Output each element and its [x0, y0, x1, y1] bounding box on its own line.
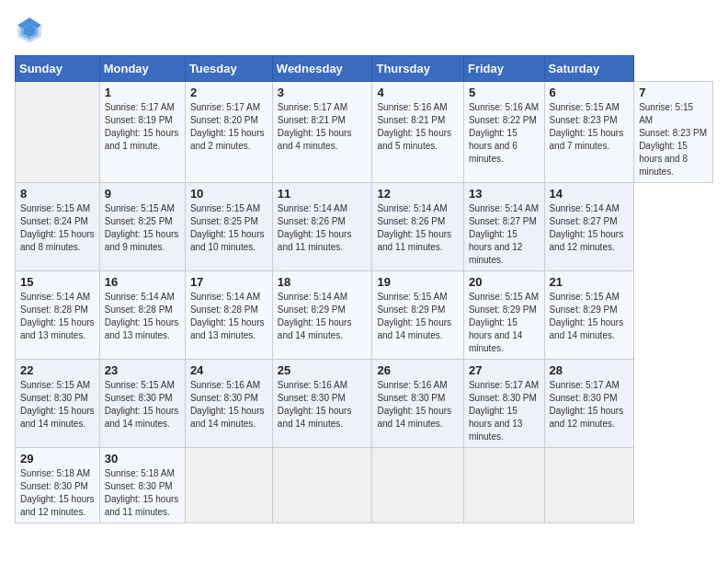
sunrise-label: Sunrise: 5:15 AM: [550, 102, 620, 112]
sunset-label: Sunset: 8:28 PM: [105, 304, 173, 315]
column-header-wednesday: Wednesday: [272, 56, 372, 82]
calendar-cell: [463, 448, 544, 523]
day-info: Sunrise: 5:15 AM Sunset: 8:29 PM Dayligh…: [377, 291, 459, 342]
day-info: Sunrise: 5:16 AM Sunset: 8:22 PM Dayligh…: [469, 101, 540, 166]
calendar-cell: 24 Sunrise: 5:16 AM Sunset: 8:30 PM Dayl…: [185, 360, 272, 448]
calendar-cell: [185, 448, 272, 523]
calendar-cell: 1 Sunrise: 5:17 AM Sunset: 8:19 PM Dayli…: [99, 82, 185, 183]
calendar-cell: 27 Sunrise: 5:17 AM Sunset: 8:30 PM Dayl…: [463, 360, 544, 448]
day-info: Sunrise: 5:15 AM Sunset: 8:30 PM Dayligh…: [20, 379, 95, 431]
calendar-cell: 11 Sunrise: 5:14 AM Sunset: 8:26 PM Dayl…: [272, 183, 372, 271]
day-number: 1: [105, 86, 180, 99]
calendar-cell: [544, 448, 634, 523]
sunrise-label: Sunrise: 5:15 AM: [190, 203, 260, 213]
sunset-label: Sunset: 8:26 PM: [278, 216, 346, 226]
day-number: 9: [105, 187, 180, 201]
day-info: Sunrise: 5:15 AM Sunset: 8:29 PM Dayligh…: [469, 291, 540, 355]
calendar-cell: 7 Sunrise: 5:15 AM Sunset: 8:23 PM Dayli…: [634, 82, 713, 183]
day-number: 23: [105, 363, 180, 377]
calendar-week-row: 22 Sunrise: 5:15 AM Sunset: 8:30 PM Dayl…: [16, 360, 713, 448]
sunset-label: Sunset: 8:29 PM: [278, 304, 346, 315]
day-number: 20: [469, 275, 540, 289]
daylight-label: Daylight: 15 hours and 14 minutes.: [278, 317, 352, 340]
daylight-label: Daylight: 15 hours and 6 minutes.: [469, 128, 518, 164]
day-info: Sunrise: 5:14 AM Sunset: 8:27 PM Dayligh…: [550, 202, 630, 254]
daylight-label: Daylight: 15 hours and 8 minutes.: [639, 141, 688, 177]
day-info: Sunrise: 5:15 AM Sunset: 8:29 PM Dayligh…: [550, 291, 630, 342]
calendar-cell: 12 Sunrise: 5:14 AM Sunset: 8:26 PM Dayl…: [372, 183, 464, 271]
daylight-label: Daylight: 15 hours and 1 minute.: [105, 128, 179, 151]
day-info: Sunrise: 5:14 AM Sunset: 8:26 PM Dayligh…: [278, 202, 368, 254]
day-info: Sunrise: 5:17 AM Sunset: 8:19 PM Dayligh…: [105, 101, 180, 153]
sunrise-label: Sunrise: 5:14 AM: [377, 203, 447, 213]
sunrise-label: Sunrise: 5:14 AM: [469, 203, 539, 213]
day-info: Sunrise: 5:18 AM Sunset: 8:30 PM Dayligh…: [105, 467, 180, 519]
day-number: 13: [469, 187, 540, 201]
sunset-label: Sunset: 8:20 PM: [190, 115, 258, 125]
logo-icon: [15, 15, 44, 44]
column-header-saturday: Saturday: [544, 56, 634, 82]
daylight-label: Daylight: 15 hours and 2 minutes.: [190, 128, 265, 151]
calendar-cell: [16, 82, 100, 183]
calendar-cell: 14 Sunrise: 5:14 AM Sunset: 8:27 PM Dayl…: [544, 183, 634, 271]
daylight-label: Daylight: 15 hours and 11 minutes.: [105, 494, 179, 517]
sunrise-label: Sunrise: 5:14 AM: [190, 292, 260, 302]
calendar-header-row: SundayMondayTuesdayWednesdayThursdayFrid…: [16, 56, 713, 82]
column-header-sunday: Sunday: [16, 56, 100, 82]
daylight-label: Daylight: 15 hours and 14 minutes.: [190, 406, 265, 429]
day-info: Sunrise: 5:15 AM Sunset: 8:30 PM Dayligh…: [105, 379, 180, 431]
sunrise-label: Sunrise: 5:14 AM: [550, 203, 620, 213]
daylight-label: Daylight: 15 hours and 11 minutes.: [278, 229, 352, 252]
sunset-label: Sunset: 8:25 PM: [190, 216, 258, 226]
day-info: Sunrise: 5:15 AM Sunset: 8:24 PM Dayligh…: [20, 202, 95, 254]
calendar-week-row: 8 Sunrise: 5:15 AM Sunset: 8:24 PM Dayli…: [16, 183, 713, 271]
day-number: 29: [20, 452, 95, 465]
calendar-cell: 6 Sunrise: 5:15 AM Sunset: 8:23 PM Dayli…: [544, 82, 634, 183]
sunset-label: Sunset: 8:27 PM: [469, 216, 537, 226]
day-number: 14: [550, 187, 630, 201]
day-number: 18: [278, 275, 368, 289]
day-number: 16: [105, 275, 180, 289]
sunset-label: Sunset: 8:22 PM: [469, 115, 537, 125]
day-number: 10: [190, 187, 267, 201]
day-number: 11: [278, 187, 368, 201]
calendar-cell: 15 Sunrise: 5:14 AM Sunset: 8:28 PM Dayl…: [16, 271, 100, 360]
sunset-label: Sunset: 8:24 PM: [20, 216, 88, 226]
sunrise-label: Sunrise: 5:17 AM: [469, 380, 539, 390]
day-info: Sunrise: 5:15 AM Sunset: 8:23 PM Dayligh…: [550, 101, 630, 153]
sunrise-label: Sunrise: 5:14 AM: [20, 292, 90, 302]
sunrise-label: Sunrise: 5:15 AM: [105, 380, 175, 390]
calendar-cell: 2 Sunrise: 5:17 AM Sunset: 8:20 PM Dayli…: [185, 82, 272, 183]
daylight-label: Daylight: 15 hours and 13 minutes.: [469, 406, 522, 442]
day-number: 6: [550, 86, 630, 99]
daylight-label: Daylight: 15 hours and 13 minutes.: [20, 317, 95, 340]
day-info: Sunrise: 5:15 AM Sunset: 8:25 PM Dayligh…: [190, 202, 267, 254]
day-info: Sunrise: 5:14 AM Sunset: 8:28 PM Dayligh…: [105, 291, 180, 342]
calendar-cell: 4 Sunrise: 5:16 AM Sunset: 8:21 PM Dayli…: [372, 82, 464, 183]
day-info: Sunrise: 5:17 AM Sunset: 8:20 PM Dayligh…: [190, 101, 267, 153]
daylight-label: Daylight: 15 hours and 12 minutes.: [550, 406, 624, 429]
calendar-cell: 17 Sunrise: 5:14 AM Sunset: 8:28 PM Dayl…: [185, 271, 272, 360]
day-number: 27: [469, 363, 540, 377]
sunset-label: Sunset: 8:30 PM: [105, 393, 173, 403]
day-number: 3: [278, 86, 368, 99]
day-number: 15: [20, 275, 95, 289]
daylight-label: Daylight: 15 hours and 13 minutes.: [105, 317, 179, 340]
daylight-label: Daylight: 15 hours and 7 minutes.: [550, 128, 624, 151]
day-number: 21: [550, 275, 630, 289]
sunset-label: Sunset: 8:28 PM: [20, 304, 88, 315]
daylight-label: Daylight: 15 hours and 14 minutes.: [20, 406, 95, 429]
calendar-cell: [272, 448, 372, 523]
sunset-label: Sunset: 8:29 PM: [469, 304, 537, 315]
sunrise-label: Sunrise: 5:16 AM: [469, 102, 539, 112]
day-info: Sunrise: 5:15 AM Sunset: 8:25 PM Dayligh…: [105, 202, 180, 254]
calendar-cell: 8 Sunrise: 5:15 AM Sunset: 8:24 PM Dayli…: [16, 183, 100, 271]
column-header-monday: Monday: [99, 56, 185, 82]
daylight-label: Daylight: 15 hours and 12 minutes.: [469, 229, 522, 265]
daylight-label: Daylight: 15 hours and 14 minutes.: [377, 406, 451, 429]
daylight-label: Daylight: 15 hours and 14 minutes.: [469, 317, 522, 353]
calendar-cell: 18 Sunrise: 5:14 AM Sunset: 8:29 PM Dayl…: [272, 271, 372, 360]
calendar-cell: 9 Sunrise: 5:15 AM Sunset: 8:25 PM Dayli…: [99, 183, 185, 271]
calendar-week-row: 29 Sunrise: 5:18 AM Sunset: 8:30 PM Dayl…: [16, 448, 713, 523]
daylight-label: Daylight: 15 hours and 10 minutes.: [190, 229, 265, 252]
